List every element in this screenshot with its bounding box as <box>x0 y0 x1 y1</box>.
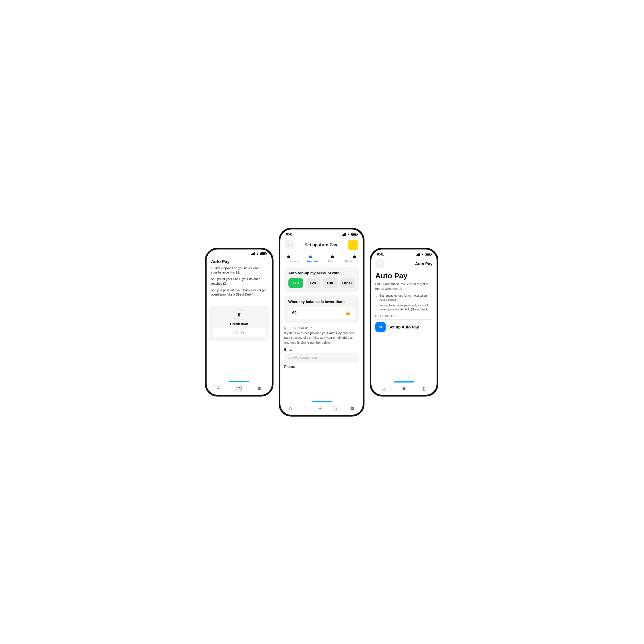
steps-progress <box>280 252 363 259</box>
step-line-2 <box>312 255 331 255</box>
receipt-desc: If you'd like a receipt when your Auto P… <box>284 331 359 345</box>
center-time: 9:41 <box>286 232 293 236</box>
right-nav-activity[interactable]: ⌘ <box>402 387 406 391</box>
step-label-done: Done <box>340 260 358 263</box>
email-input[interactable]: sam@example.com <box>284 353 359 362</box>
menu-icon: ≡ <box>258 386 261 391</box>
left-status-icons: ▲ <box>251 252 266 255</box>
nav-item-help[interactable]: ? <box>236 386 242 391</box>
left-body-text-2: op-ups for your PAYG your balance reache… <box>211 277 267 286</box>
balance-section-title: When my balance is lower than: <box>288 300 355 304</box>
right-time: 9:41 <box>377 252 384 256</box>
right-bottom-nav: ⌂ ⌘ £ <box>371 384 437 395</box>
center-bottom-indicator <box>312 401 332 402</box>
help-icon: ? <box>236 386 242 391</box>
step-label-amount: Amount <box>304 260 322 263</box>
right-activity-icon: ⌘ <box>402 387 406 391</box>
check-mark-2: ✓ <box>375 304 378 308</box>
back-button[interactable]: ← <box>285 240 294 249</box>
step-line-3 <box>334 255 353 255</box>
step-label-energy: Energy <box>286 260 304 263</box>
center-bottom-nav: ⌂ ⌘ £ ? ≡ <box>280 403 363 415</box>
center-help-icon: ? <box>334 406 339 411</box>
email-placeholder: sam@example.com <box>288 356 318 360</box>
wifi-icon: ▲ <box>256 252 259 255</box>
center-nav-help[interactable]: ? <box>334 406 339 411</box>
right-status-bar: 9:41 ▲ <box>371 249 437 257</box>
step-label-pay: Pay <box>322 260 340 263</box>
pound-icon: £ <box>217 386 220 391</box>
right-wifi-icon: ▲ <box>421 253 424 256</box>
right-phone: 9:41 ▲ ← Auto Pay Auto Pay <box>370 248 438 397</box>
back-icon: ← <box>288 243 292 247</box>
left-content: Auto Pay c PAYG top-ups so you never whe… <box>207 257 272 395</box>
lightning-button[interactable]: ⚡ <box>348 240 358 250</box>
center-nav-menu[interactable]: ≡ <box>351 406 354 411</box>
step-dot-energy <box>287 255 290 258</box>
center-nav-home[interactable]: ⌂ <box>289 406 292 411</box>
receipt-section: NEED A RECEIPT? If you'd like a receipt … <box>280 325 363 372</box>
right-status-icons: ▲ <box>416 253 431 256</box>
steps-labels: Energy Amount Pay Done <box>280 259 363 265</box>
center-phone: 9:41 ▲ ← Set up Auto Pay ⚡ <box>279 228 364 417</box>
center-nav-pound[interactable]: £ <box>319 406 322 411</box>
right-bottom-indicator <box>394 381 414 383</box>
check-text-1: Set repeat top-ups for yo meter when you… <box>380 294 433 302</box>
amount-btn-30[interactable]: £30 <box>323 278 338 288</box>
step-dot-pay <box>331 255 334 258</box>
phone-label: Phone <box>284 365 359 369</box>
signal-icon <box>251 252 255 255</box>
nav-item-menu[interactable]: ≡ <box>258 386 261 391</box>
left-body-text-1: c PAYG top-ups so you never when your ba… <box>211 266 267 275</box>
center-header: ← Set up Auto Pay ⚡ <box>280 237 363 252</box>
right-pound-icon: £ <box>423 386 425 391</box>
balance-input[interactable]: £2 🔒 <box>288 307 355 319</box>
left-title: Auto Pay <box>207 257 272 266</box>
home-icon: ⌂ <box>289 406 292 411</box>
activity-icon: ⌘ <box>304 407 308 411</box>
amount-btn-other[interactable]: Other <box>340 278 355 288</box>
receipt-label: NEED A RECEIPT? <box>284 326 359 330</box>
left-status-bar: ▲ <box>207 249 272 257</box>
right-signal-icon <box>416 253 420 256</box>
amount-section: Auto top-up my account with: £10 £20 £30… <box>284 267 359 292</box>
center-signal-icon <box>342 233 346 236</box>
left-body-text-3: op-up is paid with your bank ll never go… <box>211 288 267 297</box>
email-label: Email <box>284 348 359 352</box>
right-nav-pound[interactable]: £ <box>423 386 425 391</box>
center-menu-icon: ≡ <box>351 406 354 411</box>
setup-autopay-button[interactable]: ∞ Set up Auto Pay <box>375 322 433 332</box>
divider <box>375 319 433 320</box>
nav-item-pound[interactable]: £ <box>217 386 220 391</box>
step-line-1 <box>290 255 309 255</box>
infinity-icon: ∞ <box>375 322 386 332</box>
lock-icon: 🔒 <box>345 310 351 316</box>
amount-btn-20[interactable]: £20 <box>306 278 320 288</box>
left-phone: ▲ Auto Pay c PAYG top-ups so you never w… <box>205 248 274 397</box>
right-back-button[interactable]: ← <box>375 259 385 268</box>
check-list: ✓ Set repeat top-ups for yo meter when y… <box>375 294 433 312</box>
amount-section-title: Auto top-up my account with: <box>288 271 355 275</box>
right-back-icon: ← <box>378 261 382 266</box>
scene: ▲ Auto Pay c PAYG top-ups so you never w… <box>193 216 451 428</box>
check-item-1: ✓ Set repeat top-ups for yo meter when y… <box>375 294 433 302</box>
amount-btn-10[interactable]: £10 <box>288 278 303 288</box>
right-home-icon: ⌂ <box>382 386 385 391</box>
check-text-2: Your auto top-up is paid card, so you'll… <box>380 304 433 312</box>
center-status-icons: ▲ <box>342 233 357 236</box>
center-nav-activity[interactable]: ⌘ <box>304 407 308 411</box>
left-credit-card: 🗑 Credit limit £2.00 <box>209 306 269 341</box>
setup-btn-label: Set up Auto Pay <box>389 325 419 329</box>
right-body: Auto Pay Set up automatic PAYG top-u for… <box>371 270 437 334</box>
check-item-2: ✓ Your auto top-up is paid card, so you'… <box>375 304 433 312</box>
amount-options: £10 £20 £30 Other <box>288 278 355 288</box>
right-header-title: Auto Pay <box>415 261 433 266</box>
right-nav-home[interactable]: ⌂ <box>382 386 385 391</box>
get-started-label: GET STARTED <box>375 314 433 318</box>
delete-icon[interactable]: 🗑 <box>234 310 244 320</box>
credit-limit-value: £2.00 <box>213 328 265 337</box>
bottom-indicator <box>229 381 249 382</box>
lightning-icon: ⚡ <box>350 242 356 248</box>
credit-limit-label: Credit limit <box>230 322 248 326</box>
battery-icon <box>260 252 266 255</box>
